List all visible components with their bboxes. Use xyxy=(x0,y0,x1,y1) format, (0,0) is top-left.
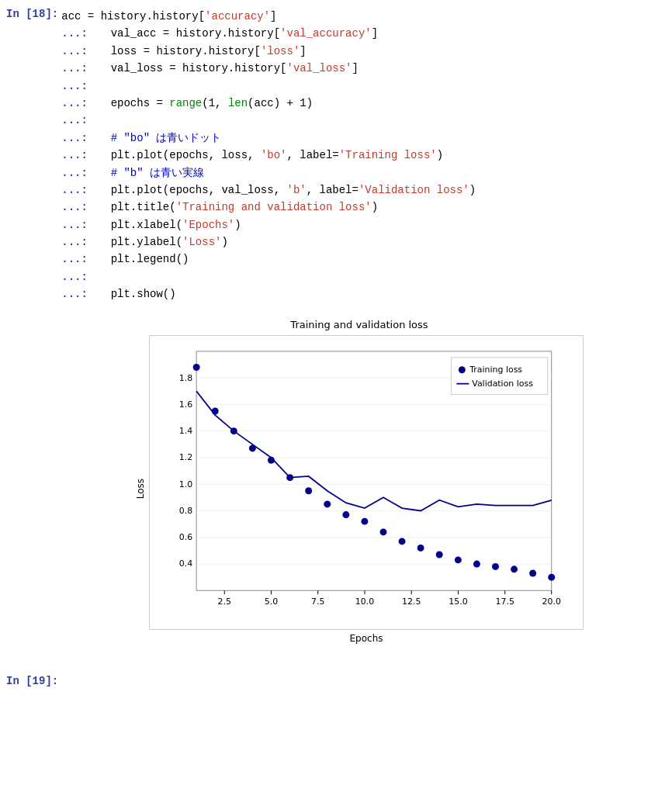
svg-text:0.8: 0.8 xyxy=(179,506,192,516)
cell-19-label: In [19]: xyxy=(6,675,61,687)
svg-point-47 xyxy=(455,556,462,563)
svg-point-39 xyxy=(305,487,312,494)
cell-18: In [18]: acc = history.history['accuracy… xyxy=(0,0,672,667)
svg-point-41 xyxy=(342,511,349,518)
svg-point-49 xyxy=(492,563,499,570)
svg-text:5.0: 5.0 xyxy=(265,597,278,607)
svg-point-42 xyxy=(361,517,368,524)
svg-point-48 xyxy=(473,560,480,567)
cell-19: In [19]: xyxy=(0,675,672,687)
code-line: ...: val_acc = history.history['val_accu… xyxy=(61,25,672,42)
code-line: ...: plt.xlabel('Epochs') xyxy=(61,216,672,233)
cell-18-label: In [18]: xyxy=(6,8,61,20)
code-line: ...: plt.show() xyxy=(61,285,672,303)
svg-text:1.2: 1.2 xyxy=(179,452,192,462)
code-line: ...: loss = history.history['loss'] xyxy=(61,43,672,60)
svg-text:12.5: 12.5 xyxy=(402,597,421,607)
code-line: ...: xyxy=(61,268,672,285)
code-line: ...: # "bo" は青いドット xyxy=(61,130,672,147)
svg-point-34 xyxy=(212,407,219,414)
code-line: ...: plt.ylabel('Loss') xyxy=(61,233,672,251)
svg-text:1.6: 1.6 xyxy=(179,399,192,410)
x-axis-label: Epochs xyxy=(350,633,383,644)
code-line: ...: # "b" は青い実線 xyxy=(61,164,672,182)
svg-text:1.0: 1.0 xyxy=(179,479,192,489)
svg-point-51 xyxy=(529,569,536,576)
svg-point-45 xyxy=(417,545,424,552)
svg-text:1.4: 1.4 xyxy=(179,426,192,436)
svg-point-52 xyxy=(548,573,555,580)
svg-point-54 xyxy=(459,366,466,373)
y-axis-label: Loss xyxy=(135,479,146,499)
code-line: ...: xyxy=(61,78,672,95)
code-line: ...: val_loss = history.history['val_los… xyxy=(61,60,672,77)
svg-point-50 xyxy=(511,565,518,572)
svg-text:15.0: 15.0 xyxy=(449,597,467,607)
svg-point-33 xyxy=(193,364,200,371)
svg-text:0.6: 0.6 xyxy=(179,532,192,542)
chart-with-xaxis: .axis-text { font-family: 'DejaVu Sans',… xyxy=(149,335,584,644)
svg-text:Validation loss: Validation loss xyxy=(472,379,533,389)
svg-point-35 xyxy=(230,427,237,434)
code-line: ...: xyxy=(61,112,672,129)
code-line: ...: plt.legend() xyxy=(61,251,672,268)
code-line: ...: plt.plot(epochs, loss, 'bo', label=… xyxy=(61,147,672,164)
svg-text:0.4: 0.4 xyxy=(179,559,192,569)
chart-output: Training and validation loss Loss xyxy=(47,319,672,644)
svg-text:20.0: 20.0 xyxy=(542,597,561,607)
svg-text:2.5: 2.5 xyxy=(218,597,231,607)
chart-area: Loss .axis-text xyxy=(135,335,584,644)
svg-text:1.8: 1.8 xyxy=(179,372,192,382)
svg-text:7.5: 7.5 xyxy=(311,597,324,607)
svg-point-37 xyxy=(268,456,275,463)
code-line: ...: epochs = range(1, len(acc) + 1) xyxy=(61,95,672,112)
code-block-18: acc = history.history['accuracy'] ...: v… xyxy=(61,8,672,303)
code-line: ...: plt.plot(epochs, val_loss, 'b', lab… xyxy=(61,182,672,199)
svg-text:17.5: 17.5 xyxy=(496,597,514,607)
svg-point-40 xyxy=(324,500,331,507)
svg-point-38 xyxy=(286,474,293,481)
svg-text:10.0: 10.0 xyxy=(355,597,374,607)
code-line: ...: plt.title('Training and validation … xyxy=(61,199,672,216)
svg-point-46 xyxy=(436,551,443,558)
svg-point-36 xyxy=(249,444,256,451)
chart-svg: .axis-text { font-family: 'DejaVu Sans',… xyxy=(149,335,584,630)
svg-point-43 xyxy=(380,528,387,535)
svg-rect-53 xyxy=(451,357,547,394)
svg-text:Training loss: Training loss xyxy=(469,365,522,375)
svg-point-44 xyxy=(399,538,406,545)
chart-title: Training and validation loss xyxy=(290,319,428,330)
code-line: acc = history.history['accuracy'] xyxy=(61,8,672,25)
